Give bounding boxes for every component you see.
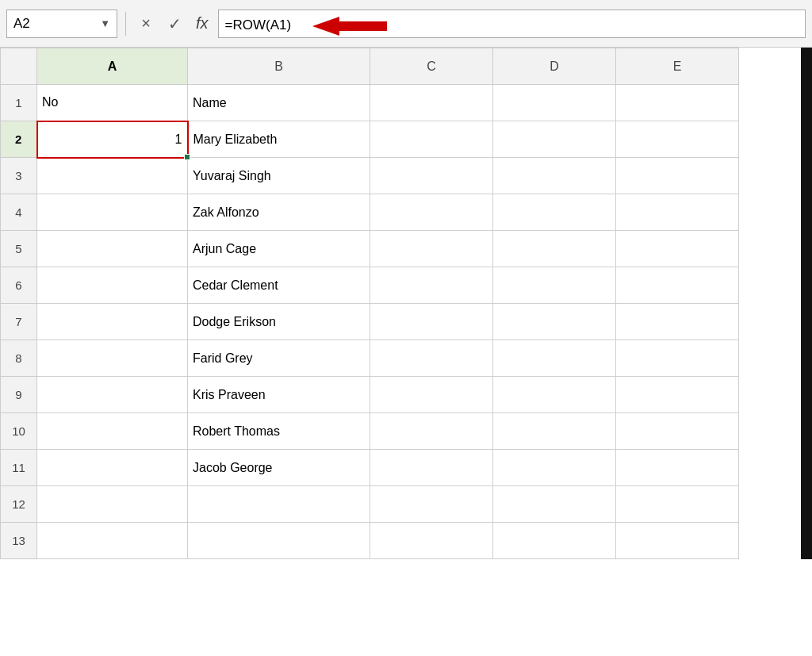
table-row: 2 1 Mary Elizabeth xyxy=(1,121,739,158)
cell-D4[interactable] xyxy=(493,194,616,231)
table-row: 3 Yuvaraj Singh xyxy=(1,158,739,194)
spreadsheet-body: 1 No Name 2 1 Mary Elizabeth xyxy=(1,85,739,559)
cell-D8[interactable] xyxy=(493,340,616,377)
cell-B10[interactable]: Robert Thomas xyxy=(188,413,370,450)
row-header-2: 2 xyxy=(1,121,37,158)
cell-B3[interactable]: Yuvaraj Singh xyxy=(188,158,370,194)
confirm-button[interactable]: ✓ xyxy=(163,14,186,33)
table-row: 5 Arjun Cage xyxy=(1,231,739,267)
cell-A2[interactable]: 1 xyxy=(37,121,188,158)
table-row: 9 Kris Praveen xyxy=(1,377,739,413)
cell-B7[interactable]: Dodge Erikson xyxy=(188,304,370,340)
cell-B5[interactable]: Arjun Cage xyxy=(188,231,370,267)
cell-E3[interactable] xyxy=(616,158,739,194)
cell-E12[interactable] xyxy=(616,486,739,523)
cell-D5[interactable] xyxy=(493,231,616,267)
fill-handle[interactable] xyxy=(184,154,190,160)
row-header-12: 12 xyxy=(1,486,37,523)
row-header-4: 4 xyxy=(1,194,37,231)
cell-A12[interactable] xyxy=(37,486,188,523)
cell-A9[interactable] xyxy=(37,377,188,413)
table-row: 7 Dodge Erikson xyxy=(1,304,739,340)
cell-C2[interactable] xyxy=(370,121,493,158)
cell-A7[interactable] xyxy=(37,304,188,340)
cell-C13[interactable] xyxy=(370,523,493,559)
cell-D3[interactable] xyxy=(493,158,616,194)
col-header-E[interactable]: E xyxy=(616,48,739,85)
cell-E13[interactable] xyxy=(616,523,739,559)
table-row: 10 Robert Thomas xyxy=(1,413,739,450)
cell-B8[interactable]: Farid Grey xyxy=(188,340,370,377)
cell-D2[interactable] xyxy=(493,121,616,158)
cell-D13[interactable] xyxy=(493,523,616,559)
cell-C9[interactable] xyxy=(370,377,493,413)
cell-E11[interactable] xyxy=(616,450,739,486)
table-row: 12 xyxy=(1,486,739,523)
cell-B13[interactable] xyxy=(188,523,370,559)
row-header-7: 7 xyxy=(1,304,37,340)
name-box[interactable]: A2 ▼ xyxy=(6,10,117,38)
col-header-B[interactable]: B xyxy=(188,48,370,85)
name-box-value: A2 xyxy=(13,16,30,32)
cell-E9[interactable] xyxy=(616,377,739,413)
row-header-8: 8 xyxy=(1,340,37,377)
cell-A11[interactable] xyxy=(37,450,188,486)
cell-A13[interactable] xyxy=(37,523,188,559)
cell-D9[interactable] xyxy=(493,377,616,413)
cell-B11[interactable]: Jacob George xyxy=(188,450,370,486)
cell-E6[interactable] xyxy=(616,267,739,304)
cell-C6[interactable] xyxy=(370,267,493,304)
cell-A6[interactable] xyxy=(37,267,188,304)
svg-rect-0 xyxy=(339,21,387,31)
cell-E2[interactable] xyxy=(616,121,739,158)
cell-C1[interactable] xyxy=(370,85,493,121)
cell-B2[interactable]: Mary Elizabeth xyxy=(188,121,370,158)
cell-E8[interactable] xyxy=(616,340,739,377)
cell-D12[interactable] xyxy=(493,486,616,523)
cell-D1[interactable] xyxy=(493,85,616,121)
cell-C10[interactable] xyxy=(370,413,493,450)
cell-C5[interactable] xyxy=(370,231,493,267)
cell-E7[interactable] xyxy=(616,304,739,340)
cell-E1[interactable] xyxy=(616,85,739,121)
table-row: 6 Cedar Clement xyxy=(1,267,739,304)
cell-D7[interactable] xyxy=(493,304,616,340)
cell-D11[interactable] xyxy=(493,450,616,486)
cell-D6[interactable] xyxy=(493,267,616,304)
cell-B1[interactable]: Name xyxy=(188,85,370,121)
cell-E5[interactable] xyxy=(616,231,739,267)
cell-C7[interactable] xyxy=(370,304,493,340)
cell-D10[interactable] xyxy=(493,413,616,450)
row-header-11: 11 xyxy=(1,450,37,486)
row-header-10: 10 xyxy=(1,413,37,450)
col-header-A[interactable]: A xyxy=(37,48,188,85)
col-header-C[interactable]: C xyxy=(370,48,493,85)
col-header-D[interactable]: D xyxy=(493,48,616,85)
row-header-9: 9 xyxy=(1,377,37,413)
row-header-5: 5 xyxy=(1,231,37,267)
formula-input[interactable]: =ROW(A1) xyxy=(218,10,806,38)
cell-C12[interactable] xyxy=(370,486,493,523)
table-row: 8 Farid Grey xyxy=(1,340,739,377)
cell-A3[interactable] xyxy=(37,158,188,194)
cell-C11[interactable] xyxy=(370,450,493,486)
formula-bar-divider xyxy=(125,12,126,36)
cell-C8[interactable] xyxy=(370,340,493,377)
cell-A1[interactable]: No xyxy=(37,85,188,121)
cell-C4[interactable] xyxy=(370,194,493,231)
cell-B12[interactable] xyxy=(188,486,370,523)
name-box-dropdown-icon[interactable]: ▼ xyxy=(100,17,110,29)
row-header-13: 13 xyxy=(1,523,37,559)
cell-A8[interactable] xyxy=(37,340,188,377)
cell-A5[interactable] xyxy=(37,231,188,267)
cell-E4[interactable] xyxy=(616,194,739,231)
cell-A10[interactable] xyxy=(37,413,188,450)
cell-B6[interactable]: Cedar Clement xyxy=(188,267,370,304)
table-row: 1 No Name xyxy=(1,85,739,121)
cell-B9[interactable]: Kris Praveen xyxy=(188,377,370,413)
cell-A4[interactable] xyxy=(37,194,188,231)
cell-B4[interactable]: Zak Alfonzo xyxy=(188,194,370,231)
cancel-button[interactable]: × xyxy=(134,14,158,33)
cell-E10[interactable] xyxy=(616,413,739,450)
cell-C3[interactable] xyxy=(370,158,493,194)
